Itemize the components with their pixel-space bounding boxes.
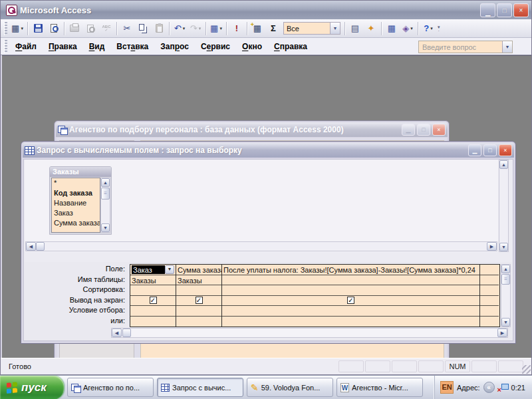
new-object-button[interactable]: ◈ ▾ xyxy=(400,21,416,36)
scrollbar-thumb[interactable] xyxy=(122,329,131,337)
query-type-button[interactable]: ▦ ▾ xyxy=(208,21,224,36)
help-button[interactable]: ? ▾ xyxy=(420,21,436,36)
or-cell[interactable] xyxy=(176,317,221,327)
resize-grip[interactable] xyxy=(522,365,531,374)
ask-question-input[interactable]: Введите вопрос ▼ xyxy=(418,41,513,53)
diagram-vertical-scrollbar[interactable]: ▲ ▼ xyxy=(499,160,509,252)
field-list-title[interactable]: Заказы xyxy=(50,167,111,177)
query-close-button[interactable]: × xyxy=(499,144,512,156)
table-cell[interactable] xyxy=(222,275,479,286)
scroll-up-icon[interactable]: ▲ xyxy=(501,265,510,273)
or-cell[interactable] xyxy=(130,317,176,327)
show-table-button[interactable]: ▦ + xyxy=(249,21,265,36)
toolbar-grip[interactable] xyxy=(4,22,7,35)
diagram-horizontal-scrollbar[interactable]: ◀ ▶ xyxy=(25,241,497,251)
table-cell[interactable] xyxy=(480,275,499,286)
scroll-down-icon[interactable]: ▼ xyxy=(499,243,508,251)
top-values-dropdown-button[interactable]: ▼ xyxy=(330,23,340,34)
app-maximize-button[interactable]: □ xyxy=(497,3,512,17)
top-values-combobox[interactable]: Все ▼ xyxy=(283,22,340,35)
start-button[interactable]: пуск xyxy=(0,376,64,399)
sort-cell[interactable] xyxy=(480,285,499,296)
show-checkbox[interactable]: ✓ xyxy=(196,297,203,304)
scrollbar-thumb[interactable] xyxy=(36,242,45,251)
view-datasheet-button[interactable]: ▦ ▾ xyxy=(9,21,25,36)
copy-button[interactable] xyxy=(135,21,151,36)
sort-cell[interactable] xyxy=(222,285,479,296)
scroll-up-icon[interactable]: ▲ xyxy=(499,160,508,169)
file-search-button[interactable] xyxy=(46,21,62,36)
or-cell[interactable] xyxy=(480,317,499,327)
db-minimize-button[interactable]: ▁ xyxy=(402,124,415,136)
menu-query[interactable]: Запрос xyxy=(154,39,195,54)
menubar-grip[interactable] xyxy=(4,40,7,53)
menu-insert[interactable]: Вставка xyxy=(110,39,154,54)
show-cell[interactable] xyxy=(480,296,499,307)
language-indicator[interactable]: EN xyxy=(440,381,454,394)
field-item-summa-zakaza[interactable]: Сумма заказа xyxy=(52,218,100,228)
field-cell-expression[interactable]: После уплаты налога: Заказы![Сумма заказ… xyxy=(222,265,479,275)
taskbar-item-query[interactable]: Запрос с вычис... xyxy=(157,378,243,397)
query-minimize-button[interactable]: ▁ xyxy=(468,144,481,156)
show-checkbox[interactable]: ✓ xyxy=(347,297,354,304)
show-checkbox[interactable]: ✓ xyxy=(150,297,157,304)
toolbar-options-button[interactable]: ▾. xyxy=(438,26,440,31)
menu-help[interactable]: Справка xyxy=(268,39,313,54)
criteria-cell[interactable] xyxy=(130,306,176,317)
database-window-titlebar[interactable]: Агенство по подбору персонала : база дан… xyxy=(56,122,448,137)
run-query-button[interactable]: ! xyxy=(229,21,245,36)
undo-button[interactable]: ↶ ▾ xyxy=(172,21,188,36)
field-item-nazvanie[interactable]: Название xyxy=(52,198,100,208)
query-design-window[interactable]: Запрос с вычисляемым полем : запрос на в… xyxy=(21,141,516,344)
app-close-button[interactable]: × xyxy=(513,3,529,17)
query-window-titlebar[interactable]: Запрос с вычисляемым полем : запрос на в… xyxy=(23,143,514,158)
show-cell[interactable]: ✓ xyxy=(130,296,176,307)
menu-view[interactable]: Вид xyxy=(83,39,111,54)
scroll-down-icon[interactable]: ▼ xyxy=(501,318,510,327)
field-cell[interactable]: Сумма заказа xyxy=(176,265,221,275)
criteria-cell[interactable] xyxy=(176,306,221,317)
scrollbar-thumb[interactable]: ≡ xyxy=(101,188,110,200)
taskbar-item-word[interactable]: W Агенство - Micr... xyxy=(336,378,423,397)
field-item-kod-zakaza[interactable]: Код заказа xyxy=(52,188,100,198)
field-item-asterisk[interactable]: * xyxy=(52,178,100,188)
field-item-zakaz[interactable]: Заказ xyxy=(52,208,100,218)
menu-file[interactable]: Файл xyxy=(9,39,43,54)
query-diagram-pane[interactable]: Заказы * Код заказа Название Заказ Сумма… xyxy=(25,160,498,252)
db-maximize-button[interactable]: □ xyxy=(417,124,430,136)
sort-cell[interactable] xyxy=(130,285,176,296)
field-list-zakazy[interactable]: Заказы * Код заказа Название Заказ Сумма… xyxy=(49,166,112,235)
field-dropdown-button[interactable]: ▼ xyxy=(165,265,174,274)
ask-question-dropdown-button[interactable]: ▼ xyxy=(502,41,512,53)
sort-cell[interactable] xyxy=(176,285,221,296)
scroll-left-icon[interactable]: ◀ xyxy=(26,242,36,251)
properties-button[interactable]: ▤ xyxy=(347,21,363,36)
db-close-button[interactable]: × xyxy=(432,124,446,136)
network-disconnected-icon[interactable] xyxy=(498,384,508,392)
cut-button[interactable]: ✂ xyxy=(119,21,135,36)
scroll-up-icon[interactable]: ▲ xyxy=(101,178,110,187)
show-cell[interactable]: ✓ xyxy=(222,296,479,307)
address-chevron-button[interactable]: « xyxy=(483,382,495,393)
or-cell[interactable] xyxy=(222,317,479,327)
table-cell[interactable]: Заказы xyxy=(176,275,221,286)
scroll-down-icon[interactable]: ▼ xyxy=(101,223,110,232)
scroll-left-icon[interactable]: ◀ xyxy=(112,329,122,337)
grid-horizontal-scrollbar[interactable]: ◀ ▶ xyxy=(111,328,508,338)
field-cell[interactable] xyxy=(480,265,499,275)
taskbar-item-database[interactable]: Агенство по по... xyxy=(67,378,154,397)
database-window-button[interactable]: ▦ xyxy=(384,21,400,36)
scrollbar-thumb[interactable]: ≡ xyxy=(501,274,510,285)
criteria-cell[interactable] xyxy=(222,306,479,317)
totals-button[interactable]: Σ xyxy=(265,21,281,36)
field-list-scrollbar[interactable]: ▲ ≡ ▼ xyxy=(100,178,110,233)
show-cell[interactable]: ✓ xyxy=(176,296,221,307)
grid-vertical-scrollbar[interactable]: ▲ ≡ ▼ xyxy=(501,264,511,327)
app-minimize-button[interactable]: ▁ xyxy=(480,3,495,17)
save-button[interactable] xyxy=(30,21,46,36)
build-button[interactable]: ✦ xyxy=(363,21,379,36)
table-cell[interactable]: Заказы xyxy=(130,275,176,286)
field-cell-selected[interactable]: Заказ ▼ xyxy=(130,265,176,275)
menu-window[interactable]: Окно xyxy=(236,39,268,54)
taskbar-item-volodya[interactable]: ✎ 59. Volodya Fon... xyxy=(247,378,333,397)
